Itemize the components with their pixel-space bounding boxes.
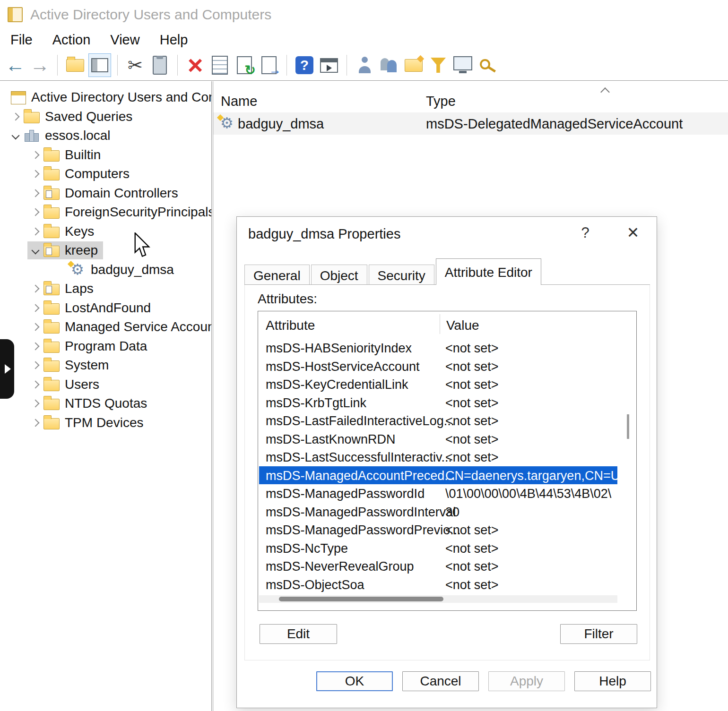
tree-item-domain-controllers[interactable]: Domain Controllers xyxy=(0,184,211,203)
chevron-right-icon[interactable] xyxy=(32,189,40,197)
side-panel-handle[interactable] xyxy=(0,339,14,399)
cut-icon[interactable] xyxy=(124,53,147,77)
tab-security[interactable]: Security xyxy=(369,265,434,284)
view-options-icon[interactable] xyxy=(451,53,474,77)
chevron-right-icon[interactable] xyxy=(32,400,40,408)
properties-icon[interactable] xyxy=(208,53,231,77)
attribute-row[interactable]: msDS-ObjectSoa<not set> xyxy=(259,575,617,594)
attribute-row[interactable]: msDS-KeyCredentialLink<not set> xyxy=(259,375,617,394)
vertical-scrollbar-thumb[interactable] xyxy=(627,414,629,439)
attribute-row-selected[interactable]: msDS-ManagedAccountPreced...CN=daenerys.… xyxy=(259,466,617,485)
attribute-row[interactable]: msDS-ManagedPasswordId\01\00\00\00\4B\44… xyxy=(259,484,617,503)
menu-help[interactable]: Help xyxy=(150,32,198,48)
attribute-row[interactable]: msDS-ManagedPasswordInterval30 xyxy=(259,503,617,521)
tab-general[interactable]: General xyxy=(244,265,310,284)
column-header-name[interactable]: Name xyxy=(221,94,257,109)
attribute-value: <not set> xyxy=(445,541,617,556)
tree-item-badguy-dmsa[interactable]: badguy_dmsa xyxy=(0,260,211,280)
chevron-right-icon[interactable] xyxy=(32,151,40,159)
attribute-row[interactable]: msDS-ManagedPasswordPrevio...<not set> xyxy=(259,521,617,539)
chevron-right-icon[interactable] xyxy=(32,227,40,235)
attribute-value: 30 xyxy=(445,505,617,520)
menu-file[interactable]: File xyxy=(0,32,43,48)
tree-item-root[interactable]: Active Directory Users and Computers xyxy=(0,88,211,107)
tab-attribute-editor[interactable]: Attribute Editor xyxy=(436,258,541,285)
menu-action[interactable]: Action xyxy=(43,32,101,48)
chevron-right-icon[interactable] xyxy=(32,170,40,178)
tree-item-system[interactable]: System xyxy=(0,356,211,375)
tree-item-users[interactable]: Users xyxy=(0,375,211,394)
chevron-right-icon[interactable] xyxy=(32,342,40,350)
attribute-row[interactable]: msDS-HostServiceAccount<not set> xyxy=(259,357,617,376)
attribute-row[interactable]: msDS-LastFailedInteractiveLog...<not set… xyxy=(259,411,617,430)
filter-button[interactable]: Filter xyxy=(560,624,637,644)
tree-item-ntds-quotas[interactable]: NTDS Quotas xyxy=(0,394,211,413)
column-header-attribute[interactable]: Attribute xyxy=(266,318,315,333)
help-icon[interactable] xyxy=(293,53,316,77)
tree-item-computers[interactable]: Computers xyxy=(0,164,211,184)
chevron-down-icon[interactable] xyxy=(12,132,20,140)
delete-icon[interactable] xyxy=(184,53,207,77)
tree-item-lostandfound[interactable]: LostAndFound xyxy=(0,299,211,318)
delegate-keys-icon[interactable] xyxy=(476,53,499,77)
edit-button[interactable]: Edit xyxy=(260,624,337,644)
attribute-row[interactable]: msDS-KrbTgtLink<not set> xyxy=(259,394,617,412)
tree-item-keys[interactable]: Keys xyxy=(0,222,211,241)
up-one-level-icon[interactable] xyxy=(64,53,87,77)
chevron-down-icon[interactable] xyxy=(32,247,40,255)
tree-item-program-data[interactable]: Program Data xyxy=(0,337,211,356)
dialog-close-button[interactable]: × xyxy=(622,222,644,243)
refresh-icon[interactable] xyxy=(233,53,256,77)
column-header-value[interactable]: Value xyxy=(446,318,479,333)
show-window-icon[interactable] xyxy=(318,53,340,77)
attribute-row[interactable]: msDS-LastKnownRDN<not set> xyxy=(259,430,617,448)
folder-icon xyxy=(43,399,60,410)
tree-item-kreep[interactable]: kreep xyxy=(0,241,211,260)
tree-item-label: Users xyxy=(65,377,99,392)
attribute-row[interactable]: msDS-NcType<not set> xyxy=(259,539,617,557)
paste-icon[interactable] xyxy=(148,53,171,77)
export-list-icon[interactable] xyxy=(258,53,280,77)
column-divider[interactable] xyxy=(440,314,440,334)
new-user-icon[interactable] xyxy=(353,53,376,77)
folder-icon xyxy=(43,303,60,315)
help-button[interactable]: Help xyxy=(574,671,651,691)
mouse-cursor xyxy=(134,232,151,258)
horizontal-scrollbar[interactable] xyxy=(259,595,617,603)
show-console-tree-icon[interactable] xyxy=(88,53,111,77)
horizontal-scrollbar-thumb[interactable] xyxy=(279,597,443,601)
attribute-value: <not set> xyxy=(445,341,617,356)
list-item-badguy-dmsa[interactable]: badguy_dmsa msDS-DelegatedManagedService… xyxy=(213,112,728,135)
chevron-right-icon[interactable] xyxy=(32,380,40,388)
tree-item-label: Keys xyxy=(65,224,94,239)
new-org-unit-icon[interactable] xyxy=(402,53,425,77)
filter-icon[interactable] xyxy=(427,53,450,77)
tab-object[interactable]: Object xyxy=(311,265,367,284)
tree-item-tpm-devices[interactable]: TPM Devices xyxy=(0,413,211,433)
new-group-icon[interactable] xyxy=(378,53,400,77)
tree-item-foreignsecurityprincipals[interactable]: ForeignSecurityPrincipals xyxy=(0,203,211,222)
tree-item-laps[interactable]: Laps xyxy=(0,279,211,299)
cancel-button[interactable]: Cancel xyxy=(402,671,479,691)
dialog-help-button[interactable]: ? xyxy=(575,224,595,243)
chevron-right-icon[interactable] xyxy=(32,285,40,293)
ok-button[interactable]: OK xyxy=(316,671,393,691)
chevron-right-icon[interactable] xyxy=(32,323,40,331)
chevron-right-icon[interactable] xyxy=(32,304,40,312)
attribute-row[interactable]: msDS-HABSeniorityIndex<not set> xyxy=(259,339,617,357)
chevron-right-icon[interactable] xyxy=(12,112,20,120)
tree-item-essos-local[interactable]: essos.local xyxy=(0,126,211,146)
menu-view[interactable]: View xyxy=(100,32,149,48)
chevron-right-icon[interactable] xyxy=(32,208,40,216)
back-icon[interactable] xyxy=(4,53,26,77)
column-header-type[interactable]: Type xyxy=(426,94,456,109)
tree-item-saved-queries[interactable]: Saved Queries xyxy=(0,107,211,127)
attribute-row[interactable]: msDS-LastSuccessfulInteractiv...<not set… xyxy=(259,448,617,466)
attribute-row[interactable]: msDS-NeverRevealGroup<not set> xyxy=(259,557,617,575)
tree-item-builtin[interactable]: Builtin xyxy=(0,146,211,165)
chevron-right-icon[interactable] xyxy=(32,361,40,369)
app-icon xyxy=(8,7,23,22)
tree-item-managed-service-accounts[interactable]: Managed Service Accounts xyxy=(0,317,211,337)
chevron-right-icon[interactable] xyxy=(32,419,40,427)
forward-icon[interactable] xyxy=(28,53,51,77)
